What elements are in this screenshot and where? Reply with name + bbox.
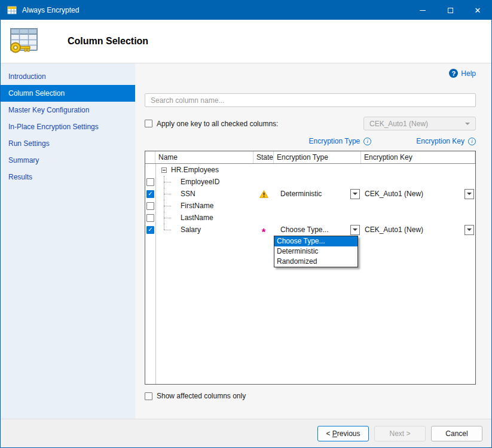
- sidebar-item-column-selection[interactable]: Column Selection: [1, 85, 135, 102]
- column-name-cell: FirstName: [155, 200, 253, 212]
- apply-key-option: Apply one key to all checked columns:: [145, 120, 278, 128]
- sidebar-item-results[interactable]: Results: [1, 169, 135, 185]
- apply-key-row: Apply one key to all checked columns: CE…: [145, 117, 476, 130]
- app-icon: [7, 5, 17, 15]
- table-row: Salary * Choose Type... CEK_Auto1 (New): [145, 224, 475, 236]
- column-name-cell: Salary: [155, 224, 253, 236]
- column-name: SSN: [181, 190, 195, 198]
- group-name-cell: HR.Employees: [155, 164, 253, 176]
- encryption-type-value: Choose Type...: [280, 225, 350, 234]
- column-help-links: Encryption Type Encryption Key: [145, 136, 476, 146]
- encryption-key-link[interactable]: Encryption Key: [416, 137, 476, 145]
- group-name: HR.Employees: [171, 166, 219, 174]
- window-title: Always Encrypted: [22, 6, 79, 14]
- column-name: EmployeeID: [181, 178, 219, 186]
- encryption-type-cell: Deterministic: [274, 188, 361, 200]
- minimize-button[interactable]: [409, 1, 436, 20]
- chevron-down-icon: [467, 228, 472, 231]
- grid-header-encryption-key: Encryption Key: [361, 151, 475, 163]
- apply-key-checkbox[interactable]: [145, 120, 152, 127]
- columns-grid: Name State Encryption Type Encryption Ke…: [145, 151, 476, 385]
- info-icon[interactable]: [363, 138, 371, 145]
- help-icon: [449, 69, 458, 78]
- search-input[interactable]: [145, 93, 476, 107]
- dropdown-option-randomized[interactable]: Randomized: [274, 257, 357, 267]
- always-encrypted-window: Always Encrypted Column Selectio: [0, 0, 492, 448]
- wizard-header: Column Selection: [1, 20, 491, 63]
- ssn-checkbox[interactable]: [146, 190, 154, 198]
- warning-icon: [259, 190, 268, 198]
- previous-prefix: <: [326, 429, 332, 438]
- dropdown-option-deterministic[interactable]: Deterministic: [274, 246, 357, 257]
- chevron-down-icon: [353, 228, 357, 231]
- tree-collapse-icon[interactable]: [161, 167, 167, 173]
- encryption-type-dropdown-list: Choose Type... Deterministic Randomized: [274, 236, 358, 267]
- lastname-checkbox[interactable]: [146, 214, 154, 222]
- next-button[interactable]: Next >: [374, 426, 426, 441]
- chevron-down-icon: [467, 193, 472, 195]
- table-group-row: HR.Employees: [145, 164, 475, 176]
- show-affected-checkbox[interactable]: [145, 392, 152, 400]
- dropdown-option-choose-type[interactable]: Choose Type...: [274, 236, 357, 246]
- state-cell: *: [253, 224, 274, 236]
- encryption-type-cell: Choose Type...: [274, 224, 361, 236]
- grid-header-checkbox-gutter: [145, 151, 155, 163]
- window-controls: [409, 1, 491, 20]
- cancel-button[interactable]: Cancel: [431, 426, 482, 441]
- table-key-icon: [8, 27, 40, 56]
- encryption-type-dropdown-button[interactable]: [350, 225, 360, 235]
- previous-button[interactable]: < Previous: [317, 426, 369, 441]
- required-asterisk-icon: *: [262, 227, 266, 237]
- encryption-key-dropdown-button[interactable]: [465, 225, 474, 235]
- encryption-key-dropdown-button[interactable]: [465, 189, 474, 199]
- encryption-key-link-label: Encryption Key: [416, 137, 465, 145]
- column-selection-panel: Help Apply one key to all checked column…: [135, 63, 491, 419]
- state-cell: [253, 188, 274, 200]
- help-link[interactable]: Help: [449, 69, 476, 78]
- column-name-cell: EmployeeID: [155, 176, 253, 188]
- column-name: Salary: [181, 225, 201, 234]
- encryption-type-value: Deterministic: [280, 190, 350, 198]
- maximize-button[interactable]: [436, 1, 464, 20]
- encryption-type-dropdown-button[interactable]: [350, 189, 360, 199]
- apply-key-select[interactable]: CEK_Auto1 (New): [363, 117, 476, 130]
- encryption-key-cell: CEK_Auto1 (New): [361, 224, 475, 236]
- info-icon[interactable]: [468, 138, 476, 145]
- table-row: FirstName: [145, 200, 475, 212]
- sidebar-item-run-settings[interactable]: Run Settings: [1, 135, 135, 152]
- chevron-down-icon: [465, 123, 470, 125]
- help-label: Help: [461, 69, 476, 78]
- previous-accelerator: P: [332, 429, 337, 438]
- table-row: LastName: [145, 212, 475, 224]
- grid-header-encryption-type: Encryption Type: [274, 151, 361, 163]
- apply-key-label: Apply one key to all checked columns:: [157, 120, 278, 128]
- employeeid-checkbox[interactable]: [146, 178, 154, 186]
- sidebar-item-master-key-configuration[interactable]: Master Key Configuration: [1, 102, 135, 118]
- show-affected-label: Show affected columns only: [157, 392, 246, 400]
- salary-checkbox[interactable]: [146, 226, 154, 234]
- sidebar-item-summary[interactable]: Summary: [1, 152, 135, 169]
- encryption-key-value: CEK_Auto1 (New): [365, 190, 465, 198]
- close-button[interactable]: [464, 1, 491, 20]
- minimize-icon: [420, 10, 426, 11]
- column-name-cell: SSN: [155, 188, 253, 200]
- grid-header-state: State: [253, 151, 274, 163]
- column-name: FirstName: [181, 202, 213, 210]
- firstname-checkbox[interactable]: [146, 202, 154, 210]
- chevron-down-icon: [353, 193, 357, 195]
- grid-header: Name State Encryption Type Encryption Ke…: [145, 151, 475, 164]
- maximize-icon: [448, 8, 453, 13]
- sidebar-item-in-place-encryption-settings[interactable]: In-Place Encryption Settings: [1, 118, 135, 135]
- titlebar: Always Encrypted: [1, 1, 491, 20]
- column-name-cell: LastName: [155, 212, 253, 224]
- show-affected-option: Show affected columns only: [145, 392, 476, 400]
- column-name: LastName: [181, 214, 213, 222]
- previous-rest: revious: [337, 429, 360, 438]
- wizard-body: Introduction Column Selection Master Key…: [1, 63, 491, 419]
- encryption-key-value: CEK_Auto1 (New): [365, 225, 465, 234]
- wizard-steps-sidebar: Introduction Column Selection Master Key…: [1, 63, 135, 419]
- table-row: EmployeeID: [145, 176, 475, 188]
- encryption-type-link[interactable]: Encryption Type: [308, 137, 371, 145]
- apply-key-value: CEK_Auto1 (New): [369, 120, 465, 128]
- sidebar-item-introduction[interactable]: Introduction: [1, 68, 135, 85]
